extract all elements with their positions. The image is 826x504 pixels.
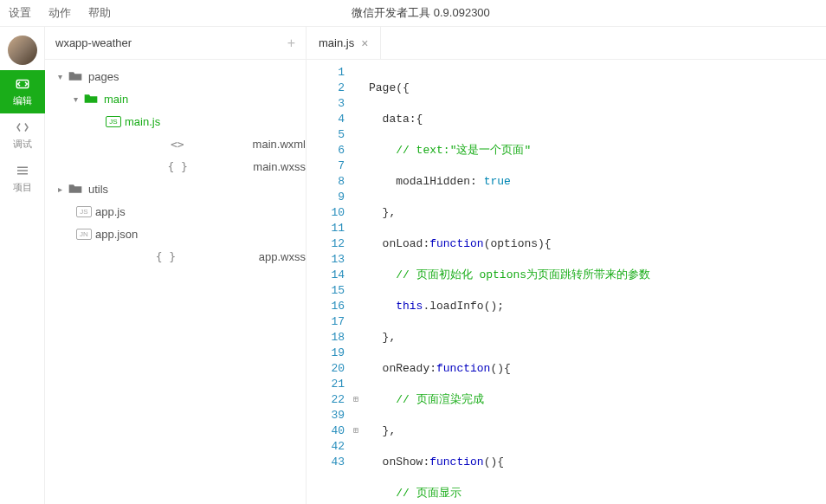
tab-label: main.js	[319, 36, 354, 49]
menu-actions[interactable]: 动作	[48, 5, 71, 21]
add-file-button[interactable]: +	[287, 36, 295, 51]
tree-file-appjson[interactable]: JN app.json	[45, 223, 306, 245]
menubar: 设置 动作 帮助 微信开发者工具 0.9.092300	[0, 0, 826, 26]
tree-label: pages	[88, 70, 119, 83]
tree-folder-pages[interactable]: pages	[45, 65, 306, 87]
chevron-down-icon	[71, 94, 80, 104]
left-rail: 编辑 调试 项目	[0, 27, 45, 504]
json-icon: JN	[76, 229, 92, 240]
menu-settings[interactable]: 设置	[9, 5, 31, 21]
folder-icon	[66, 182, 85, 196]
code-editor[interactable]: 1234567891011121314151617181920212239404…	[307, 60, 826, 504]
project-name: wxapp-weather	[55, 36, 132, 49]
menu-icon	[15, 163, 30, 178]
line-gutter: 1234567891011121314151617181920212239404…	[307, 60, 350, 504]
menu-help[interactable]: 帮助	[88, 5, 111, 21]
tree-label: app.js	[95, 205, 126, 218]
tree-label: app.json	[95, 228, 138, 241]
tree-file-mainwxss[interactable]: { } main.wxss	[45, 155, 306, 178]
tree-file-mainjs[interactable]: JS main.js	[45, 110, 306, 132]
debug-icon	[15, 120, 30, 135]
tab-mainjs[interactable]: main.js ×	[307, 27, 381, 59]
tree-label: main.wxml	[253, 138, 306, 151]
js-icon: JS	[106, 116, 121, 127]
file-tree: pages main JS main.js <> main.wxml { } m…	[45, 60, 306, 273]
wxss-icon: { }	[106, 159, 249, 173]
wxss-icon: { }	[76, 249, 255, 263]
fold-gutter: ⊞⊞	[350, 60, 362, 504]
close-icon[interactable]: ×	[361, 36, 368, 50]
rail-project-label: 项目	[13, 181, 32, 194]
chevron-right-icon	[55, 184, 64, 194]
project-header: wxapp-weather +	[45, 27, 306, 60]
tree-file-appjs[interactable]: JS app.js	[45, 200, 306, 223]
tree-folder-utils[interactable]: utils	[45, 178, 306, 200]
window-title: 微信开发者工具 0.9.092300	[352, 5, 490, 21]
rail-debug-label: 调试	[13, 138, 32, 151]
file-tree-pane: wxapp-weather + pages main JS main.js <>	[45, 27, 307, 504]
tree-label: app.wxss	[259, 250, 306, 263]
folder-icon	[66, 69, 85, 83]
tree-file-mainwxml[interactable]: <> main.wxml	[45, 132, 306, 155]
tree-file-appwxss[interactable]: { } app.wxss	[45, 245, 306, 268]
js-icon: JS	[76, 206, 92, 217]
folder-icon	[81, 92, 100, 106]
editor-tabs: main.js ×	[307, 27, 826, 60]
tree-label: utils	[88, 183, 108, 196]
rail-debug[interactable]: 调试	[0, 113, 45, 157]
tree-folder-main[interactable]: main	[45, 87, 306, 110]
tree-label: main.js	[125, 115, 160, 128]
rail-edit-label: 编辑	[13, 94, 32, 107]
rail-project[interactable]: 项目	[0, 157, 45, 200]
code-content[interactable]: Page({ data:{ // text:"这是一个页面" modalHidd…	[362, 60, 826, 504]
edit-icon	[15, 76, 30, 92]
tree-label: main	[104, 93, 128, 106]
rail-edit[interactable]: 编辑	[0, 70, 45, 113]
tree-label: main.wxss	[253, 160, 306, 173]
avatar[interactable]	[8, 36, 37, 65]
wxml-icon: <>	[106, 137, 249, 151]
editor-pane: main.js × 123456789101112131415161718192…	[307, 27, 826, 504]
chevron-down-icon	[55, 72, 64, 81]
